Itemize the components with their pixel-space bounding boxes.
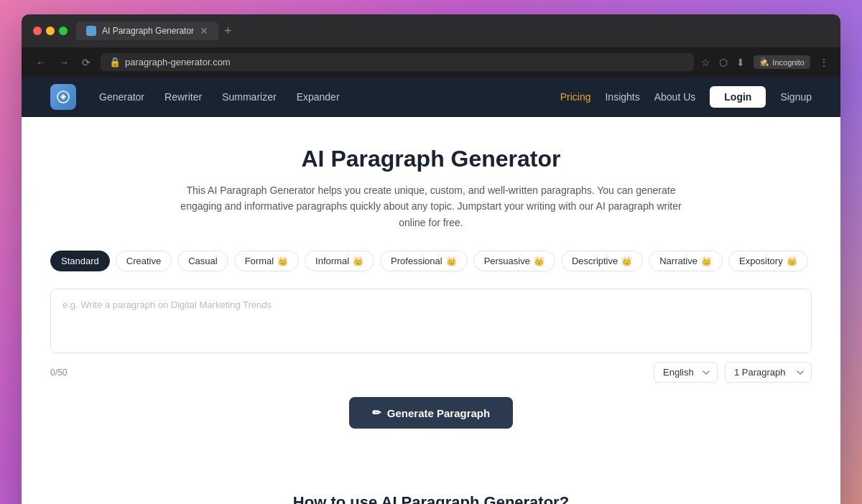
url-text: paragraph-generator.com: [125, 57, 231, 67]
incognito-badge: 🕵 Incognito: [754, 55, 810, 69]
premium-crown-icon: 👑: [787, 256, 797, 266]
nav-generator[interactable]: Generator: [99, 91, 144, 103]
window-controls: [33, 27, 68, 35]
nav-insights[interactable]: Insights: [605, 91, 639, 103]
tone-label: Formal: [245, 256, 274, 266]
premium-crown-icon: 👑: [446, 256, 457, 266]
tone-btn-persuasive[interactable]: Persuasive👑: [473, 251, 555, 271]
lock-icon: 🔒: [109, 57, 121, 67]
tone-selector: StandardCreativeCasualFormal👑Informal👑Pr…: [50, 251, 812, 274]
premium-crown-icon: 👑: [534, 256, 544, 266]
input-area[interactable]: e.g. Write a paragraph on Digital Market…: [50, 289, 812, 353]
language-selector[interactable]: English Spanish French German: [654, 362, 718, 383]
tone-btn-creative[interactable]: Creative: [116, 251, 172, 271]
close-window-button[interactable]: [33, 27, 42, 35]
premium-crown-icon: 👑: [621, 256, 632, 266]
incognito-icon: 🕵: [759, 57, 769, 67]
logo-icon: [50, 84, 76, 110]
download-icon[interactable]: ⬇: [736, 57, 745, 68]
tone-btn-descriptive[interactable]: Descriptive👑: [561, 251, 643, 271]
address-bar[interactable]: 🔒 paragraph-generator.com: [101, 53, 694, 71]
tone-btn-narrative[interactable]: Narrative👑: [649, 251, 723, 271]
tone-label: Narrative: [659, 256, 698, 266]
toolbar-actions: ☆ ⬡ ⬇ 🕵 Incognito ⋮: [701, 55, 829, 69]
svg-point-1: [62, 95, 65, 98]
tone-btn-professional[interactable]: Professional👑: [380, 251, 468, 271]
nav-right: Pricing Insights About Us Login Signup: [560, 86, 812, 108]
browser-titlebar: AI Paragraph Generator ✕ +: [22, 14, 840, 47]
dropdowns: English Spanish French German 1 Paragrap…: [654, 362, 812, 383]
bookmark-icon[interactable]: ☆: [701, 57, 710, 68]
incognito-label: Incognito: [772, 58, 805, 67]
premium-crown-icon: 👑: [701, 256, 712, 266]
tone-btn-informal[interactable]: Informal👑: [305, 251, 374, 271]
premium-crown-icon: 👑: [353, 256, 363, 266]
main-nav: Generator Rewriter Summarizer Expander P…: [22, 77, 840, 117]
generate-paragraph-button[interactable]: ✏ Generate Paragraph: [349, 397, 513, 429]
login-button[interactable]: Login: [710, 86, 766, 108]
browser-window: AI Paragraph Generator ✕ + ← → ⟳ 🔒 parag…: [22, 14, 840, 504]
minimize-window-button[interactable]: [46, 27, 55, 35]
nav-expander[interactable]: Expander: [297, 91, 340, 103]
tab-favicon: [86, 26, 96, 36]
refresh-button[interactable]: ⟳: [79, 55, 93, 70]
premium-crown-icon: 👑: [277, 256, 288, 266]
tone-label: Descriptive: [572, 256, 618, 266]
nav-summarizer[interactable]: Summarizer: [222, 91, 276, 103]
main-content: AI Paragraph Generator This AI Paragraph…: [22, 117, 840, 479]
tone-btn-expository[interactable]: Expository👑: [728, 251, 808, 271]
app-container: Generator Rewriter Summarizer Expander P…: [22, 77, 840, 504]
tone-label: Creative: [126, 256, 161, 266]
tone-label: Expository: [739, 256, 783, 266]
char-count: 0/50: [50, 368, 67, 378]
tone-btn-formal[interactable]: Formal👑: [234, 251, 299, 271]
tone-btn-standard[interactable]: Standard: [50, 251, 110, 271]
generate-btn-wrapper: ✏ Generate Paragraph: [50, 397, 812, 429]
how-to-title: How to use AI Paragraph Generator?: [50, 493, 812, 504]
browser-toolbar: ← → ⟳ 🔒 paragraph-generator.com ☆ ⬡ ⬇ 🕵 …: [22, 47, 840, 77]
tone-label: Standard: [61, 256, 99, 266]
logo[interactable]: [50, 84, 76, 110]
active-tab[interactable]: AI Paragraph Generator ✕: [76, 22, 218, 40]
menu-icon[interactable]: ⋮: [819, 57, 829, 68]
tone-label: Casual: [188, 256, 217, 266]
tone-label: Informal: [315, 256, 349, 266]
tone-btn-casual[interactable]: Casual: [177, 251, 228, 271]
generate-btn-label: Generate Paragraph: [387, 407, 490, 419]
how-to-section: How to use AI Paragraph Generator? ℹ Ent…: [22, 479, 840, 504]
input-footer: 0/50 English Spanish French German 1 Par…: [50, 362, 812, 383]
nav-rewriter[interactable]: Rewriter: [164, 91, 202, 103]
nav-about[interactable]: About Us: [654, 91, 696, 103]
page-description: This AI Paragraph Generator helps you cr…: [180, 182, 682, 230]
nav-links: Generator Rewriter Summarizer Expander: [99, 91, 560, 103]
pencil-icon: ✏: [372, 406, 381, 419]
tone-label: Professional: [391, 256, 442, 266]
input-placeholder: e.g. Write a paragraph on Digital Market…: [62, 299, 800, 310]
new-tab-button[interactable]: +: [224, 24, 232, 39]
maximize-window-button[interactable]: [59, 27, 68, 35]
forward-button[interactable]: →: [56, 55, 72, 70]
tab-title: AI Paragraph Generator: [102, 26, 194, 36]
paragraph-count-selector[interactable]: 1 Paragraph 2 Paragraphs 3 Paragraphs: [725, 362, 812, 383]
extensions-icon[interactable]: ⬡: [719, 57, 728, 68]
page-title: AI Paragraph Generator: [50, 146, 812, 172]
back-button[interactable]: ←: [33, 55, 49, 70]
tone-label: Persuasive: [484, 256, 530, 266]
tab-close-button[interactable]: ✕: [200, 25, 208, 37]
tab-bar: AI Paragraph Generator ✕ +: [76, 22, 829, 40]
nav-pricing[interactable]: Pricing: [560, 91, 591, 103]
nav-signup[interactable]: Signup: [780, 91, 812, 103]
